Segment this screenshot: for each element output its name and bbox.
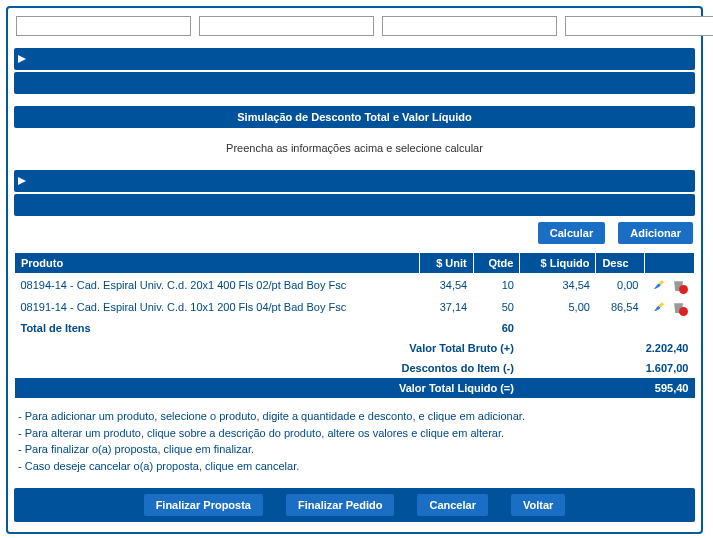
divider-strip [14, 48, 695, 70]
main-frame: Simulação de Desconto Total e Valor Líqu… [6, 6, 703, 534]
total-itens-value: 60 [473, 318, 520, 338]
summary-liq-value: 595,40 [520, 378, 695, 398]
delete-icon[interactable] [672, 300, 686, 314]
finalizar-proposta-button[interactable]: Finalizar Proposta [144, 494, 263, 516]
note-line: - Para adicionar um produto, selecione o… [18, 408, 691, 425]
summary-desc-value: 1.607,00 [520, 358, 695, 378]
cell-unit: 37,14 [420, 296, 473, 318]
note-line: - Para alterar um produto, clique sobre … [18, 425, 691, 442]
col-unit: $ Unit [420, 253, 473, 274]
filter-input-4[interactable] [565, 16, 713, 36]
col-qtde: Qtde [473, 253, 520, 274]
edit-icon[interactable] [653, 278, 667, 292]
cell-produto[interactable]: 08194-14 - Cad. Espiral Univ. C.d. 20x1 … [15, 274, 420, 297]
instructions: - Para adicionar um produto, selecione o… [14, 398, 695, 488]
delete-icon[interactable] [672, 278, 686, 292]
edit-icon[interactable] [653, 300, 667, 314]
col-desc: Desc [596, 253, 645, 274]
summary-bruto-value: 2.202,40 [520, 338, 695, 358]
cell-qtde: 10 [473, 274, 520, 297]
items-table: Produto $ Unit Qtde $ Liquido Desc 08194… [14, 252, 695, 398]
filter-input-3[interactable] [382, 16, 557, 36]
table-row: 08194-14 - Cad. Espiral Univ. C.d. 20x1 … [15, 274, 695, 297]
calcular-button[interactable]: Calcular [538, 222, 605, 244]
divider-strip [14, 194, 695, 216]
cell-qtde: 50 [473, 296, 520, 318]
bottom-action-bar: Finalizar Proposta Finalizar Pedido Canc… [14, 488, 695, 522]
simulation-panel-title: Simulação de Desconto Total e Valor Líqu… [14, 106, 695, 128]
filter-input-2[interactable] [199, 16, 374, 36]
cell-liquido: 34,54 [520, 274, 596, 297]
col-actions [645, 253, 695, 274]
col-liquido: $ Liquido [520, 253, 596, 274]
simulation-panel-hint: Preencha as informações acima e selecion… [14, 128, 695, 168]
cancelar-button[interactable]: Cancelar [417, 494, 487, 516]
divider-strip [14, 72, 695, 94]
summary-desc-label: Descontos do Item (-) [15, 358, 520, 378]
adicionar-button[interactable]: Adicionar [618, 222, 693, 244]
cell-desc: 0,00 [596, 274, 645, 297]
divider-strip [14, 170, 695, 192]
note-line: - Caso deseje cancelar o(a) proposta, cl… [18, 458, 691, 475]
cell-desc: 86,54 [596, 296, 645, 318]
filter-input-1[interactable] [16, 16, 191, 36]
col-produto: Produto [15, 253, 420, 274]
voltar-button[interactable]: Voltar [511, 494, 565, 516]
cell-unit: 34,54 [420, 274, 473, 297]
summary-liq-label: Valor Total Liquido (=) [15, 378, 520, 398]
total-itens-label: Total de Itens [15, 318, 420, 338]
cell-produto[interactable]: 08191-14 - Cad. Espiral Univ. C.d. 10x1 … [15, 296, 420, 318]
table-row: 08191-14 - Cad. Espiral Univ. C.d. 10x1 … [15, 296, 695, 318]
finalizar-pedido-button[interactable]: Finalizar Pedido [286, 494, 394, 516]
summary-bruto-label: Valor Total Bruto (+) [15, 338, 520, 358]
note-line: - Para finalizar o(a) proposta, clique e… [18, 441, 691, 458]
action-button-row: Calcular Adicionar [14, 218, 695, 248]
filter-row [14, 12, 695, 46]
cell-liquido: 5,00 [520, 296, 596, 318]
